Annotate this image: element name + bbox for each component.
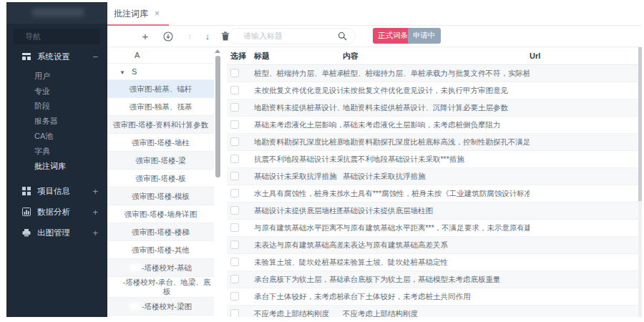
sidebar-item-批注词库[interactable]: 批注词库 (6, 159, 107, 174)
table-row[interactable]: 桩型、桩端持力层、单桩承载力与... 桩型、桩端持力层、单桩承载力与批复文件不符… (227, 65, 638, 82)
row-checkbox[interactable] (230, 86, 239, 94)
scroll-up-arrow-icon[interactable] (215, 49, 220, 53)
search-icon[interactable] (338, 31, 347, 41)
category-item-label: 强审图-塔楼-其他 (132, 245, 190, 255)
row-checkbox[interactable] (230, 258, 239, 266)
category-item[interactable]: 强审图-塔楼-模板 (107, 187, 214, 205)
row-checkbox[interactable] (230, 172, 239, 180)
table-row[interactable]: 水土具有腐蚀性，桩身未按《工业... 水土具有***腐蚀性，桩身未按《工业建筑防… (227, 185, 638, 203)
row-content: 水土具有***腐蚀性，桩身未按《工业建筑防腐蚀设计标准》表4.9.5... (343, 189, 530, 199)
tab-label: 批注词库 (114, 8, 148, 20)
sidebar-item-专业[interactable]: 专业 (6, 84, 107, 99)
pending-application-button[interactable]: 申请中 (408, 28, 441, 44)
app-window: 导航 系统设置 − 用户专业阶段服务器CA池字典批注词库 项目信息 + 数据分析… (0, 0, 644, 322)
category-item-label: 强审图-塔楼-模板 (132, 192, 190, 201)
sidebar-item-用户[interactable]: 用户 (6, 69, 107, 84)
row-checkbox[interactable] (230, 292, 239, 301)
table-row[interactable]: 未按批复文件优化意见设计，未执... 未按批复文件优化意见设计，未执行甲方审图意… (227, 82, 638, 99)
table-header: 选择 标题 内容 Url (227, 47, 638, 65)
table-row[interactable]: 地勘资料勘探孔深度比桩底标高浅... 地勘资料勘探孔深度比桩底标高浅，控制性勘探… (227, 134, 638, 151)
expand-plus-icon[interactable]: + (92, 187, 98, 196)
row-content: 未按批复文件优化意见设计，未执行甲方审图意见 (343, 86, 530, 96)
row-checkbox[interactable] (230, 69, 239, 77)
category-item[interactable]: -塔楼校对-梁图 (107, 298, 214, 316)
category-item[interactable]: 强审图-塔楼-墙柱 (107, 134, 214, 152)
table-row[interactable]: 基础未考虑液化土层影响，未考虑... 基础未考虑液化土层影响，未考虑桩侧负摩阻力 (227, 117, 638, 134)
chevron-down-icon[interactable]: ▼ (119, 65, 125, 81)
table-row[interactable]: 承台底板下为软土层，基础模型未... 承台底板下为软土层，基础模型未考虑底板重量 (227, 271, 638, 288)
move-up-icon[interactable]: ↑ (183, 26, 196, 47)
row-checkbox[interactable] (230, 155, 239, 163)
search-input[interactable]: 请输入标题 (228, 28, 356, 44)
row-checkbox[interactable] (230, 275, 239, 283)
move-down-icon[interactable]: ↓ (201, 26, 214, 47)
group-label: A (135, 51, 140, 59)
row-checkbox[interactable] (230, 240, 239, 249)
category-group-s[interactable]: ▼ S (107, 64, 214, 80)
sidebar-section-system-settings[interactable]: 系统设置 − (6, 48, 107, 65)
row-checkbox[interactable] (230, 120, 239, 129)
table-row[interactable]: 不应考虑上部结构刚度 不应考虑上部结构刚度 (227, 306, 638, 317)
add-button[interactable]: + (139, 26, 152, 47)
category-item[interactable]: 强审图-桩基、锚杆 (107, 80, 214, 98)
sidebar-item-阶段[interactable]: 阶段 (6, 99, 107, 114)
table-row[interactable]: 基础设计未提供底层墙柱图 基础设计未提供底层墙柱图 (227, 203, 638, 220)
sidebar-section-project-info[interactable]: 项目信息 + (6, 182, 107, 200)
table-row[interactable]: 基础设计未采取抗浮措施 基础设计未采取抗浮措施 (227, 168, 638, 185)
tab-annotation-lexicon[interactable]: 批注词库 × (107, 2, 169, 25)
row-content: 未表达与原有建筑基础高差关系 (343, 240, 530, 250)
blurred-text-blob (130, 264, 141, 271)
row-checkbox[interactable] (230, 223, 239, 232)
main-scrollbar-thumb[interactable] (638, 47, 642, 201)
expand-plus-icon[interactable]: + (92, 228, 98, 238)
category-item[interactable]: 强审图-塔楼-楼梯 (107, 223, 214, 241)
row-content: 基础设计未采取抗浮措施 (343, 172, 530, 182)
settings-grid-icon (22, 52, 31, 61)
table-row[interactable]: 与原有建筑基础水平距离不满足要... 与原有建筑基础水平距离***，不满足要求，… (227, 220, 638, 237)
category-item[interactable]: 强审图-塔楼-墙身详图 (107, 205, 214, 223)
formal-entries-button[interactable]: 正式词条 (373, 28, 413, 44)
download-icon[interactable] (162, 26, 175, 47)
sidebar: 导航 系统设置 − 用户专业阶段服务器CA池字典批注词库 项目信息 + 数据分析… (6, 2, 107, 317)
category-group-a[interactable]: A (107, 47, 214, 64)
category-item[interactable]: -塔楼校对-墙柱 (107, 316, 214, 317)
row-checkbox[interactable] (230, 103, 239, 112)
table-row[interactable]: 抗震不利地段基础设计未采取必要... 抗震不利地段基础设计未采取***措施 (227, 151, 638, 168)
sidebar-nav-placeholder: 导航 (25, 32, 41, 41)
table-row[interactable]: 承台下土体较好，未考虑桩土共同... 承台下土体较好，未考虑桩土共同作用 (227, 288, 638, 306)
sidebar-section-drawing-management[interactable]: 出图管理 + (6, 224, 107, 241)
category-item-label: 强审图-桩基、锚杆 (130, 84, 192, 94)
row-checkbox[interactable] (230, 137, 239, 146)
category-item[interactable]: 强审图-塔楼-板 (107, 170, 214, 187)
category-scrollbar[interactable] (215, 47, 220, 317)
table-row[interactable]: 未验算土坡、陡坎处桩基稳定性 未验算土坡、陡坎处桩基稳定性 (227, 254, 638, 271)
category-panel: A ▼ S 强审图-桩基、锚杆 强审图-独基、筏基 强审图-塔楼-资料和计算参数… (107, 47, 221, 317)
category-item[interactable]: -塔楼校对-基础 (107, 259, 214, 277)
row-checkbox[interactable] (230, 309, 239, 318)
logo-area (6, 2, 107, 24)
table-row[interactable]: 未表达与原有建筑基础高差关系 未表达与原有建筑基础高差关系 (227, 237, 638, 254)
main-area: 批注词库 × + ↑ ↓ 请输入标题 正式词条 申请中 (107, 2, 642, 317)
row-title: 基础设计未提供底层墙柱图 (254, 206, 343, 216)
category-item[interactable]: 强审图-塔楼-其他 (107, 241, 214, 259)
sidebar-item-服务器[interactable]: 服务器 (6, 114, 107, 129)
row-checkbox[interactable] (230, 189, 239, 197)
row-checkbox[interactable] (230, 206, 239, 215)
category-scrollbar-thumb[interactable] (215, 56, 220, 177)
category-item-label: 强审图-塔楼-梁 (136, 156, 186, 165)
sidebar-item-字典[interactable]: 字典 (6, 144, 107, 159)
sidebar-section-data-analysis[interactable]: 数据分析 + (6, 203, 107, 220)
category-items: A ▼ S 强审图-桩基、锚杆 强审图-独基、筏基 强审图-塔楼-资料和计算参数… (107, 47, 221, 317)
category-item[interactable]: 强审图-塔楼-梁 (107, 152, 214, 170)
sidebar-item-CA池[interactable]: CA池 (6, 129, 107, 144)
table-row[interactable]: 地勘资料未提供桩基设计、沉降计... 地勘资料未提供桩基设计、沉降计算必要土层参… (227, 99, 638, 117)
toolbar: + ↑ ↓ 请输入标题 正式词条 申请中 (107, 26, 642, 47)
category-item[interactable]: 强审图-塔楼-资料和计算参数 (107, 116, 214, 134)
category-item[interactable]: 强审图-独基、筏基 (107, 98, 214, 116)
category-item[interactable]: -塔楼校对-承台、地梁、底板 (107, 277, 214, 298)
sidebar-nav-search-input[interactable]: 导航 (14, 29, 100, 44)
main-scrollbar[interactable] (638, 47, 642, 317)
tab-close-icon[interactable]: × (155, 9, 160, 18)
expand-plus-icon[interactable]: + (92, 208, 98, 217)
collapse-minus-icon[interactable]: − (92, 52, 98, 62)
